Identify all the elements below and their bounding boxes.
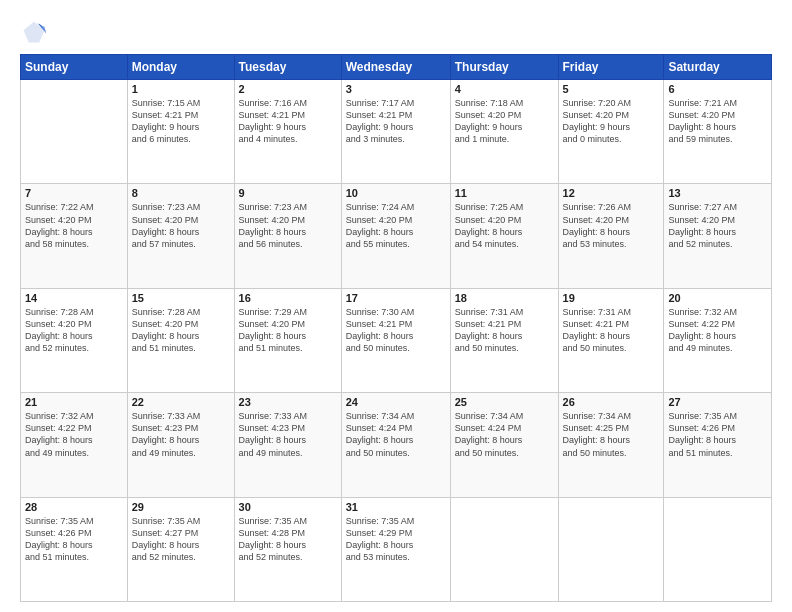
page: SundayMondayTuesdayWednesdayThursdayFrid… (0, 0, 792, 612)
day-info: Sunrise: 7:20 AM Sunset: 4:20 PM Dayligh… (563, 97, 660, 146)
day-cell: 28Sunrise: 7:35 AM Sunset: 4:26 PM Dayli… (21, 497, 128, 601)
logo (20, 18, 52, 46)
day-cell: 20Sunrise: 7:32 AM Sunset: 4:22 PM Dayli… (664, 288, 772, 392)
day-info: Sunrise: 7:24 AM Sunset: 4:20 PM Dayligh… (346, 201, 446, 250)
day-info: Sunrise: 7:32 AM Sunset: 4:22 PM Dayligh… (668, 306, 767, 355)
week-row-5: 28Sunrise: 7:35 AM Sunset: 4:26 PM Dayli… (21, 497, 772, 601)
day-number: 7 (25, 187, 123, 199)
day-cell: 24Sunrise: 7:34 AM Sunset: 4:24 PM Dayli… (341, 393, 450, 497)
week-row-1: 1Sunrise: 7:15 AM Sunset: 4:21 PM Daylig… (21, 80, 772, 184)
day-info: Sunrise: 7:35 AM Sunset: 4:27 PM Dayligh… (132, 515, 230, 564)
day-info: Sunrise: 7:21 AM Sunset: 4:20 PM Dayligh… (668, 97, 767, 146)
day-number: 19 (563, 292, 660, 304)
day-info: Sunrise: 7:27 AM Sunset: 4:20 PM Dayligh… (668, 201, 767, 250)
day-number: 12 (563, 187, 660, 199)
day-cell: 11Sunrise: 7:25 AM Sunset: 4:20 PM Dayli… (450, 184, 558, 288)
header-thursday: Thursday (450, 55, 558, 80)
day-info: Sunrise: 7:35 AM Sunset: 4:26 PM Dayligh… (668, 410, 767, 459)
day-cell: 2Sunrise: 7:16 AM Sunset: 4:21 PM Daylig… (234, 80, 341, 184)
day-cell: 19Sunrise: 7:31 AM Sunset: 4:21 PM Dayli… (558, 288, 664, 392)
header-row: SundayMondayTuesdayWednesdayThursdayFrid… (21, 55, 772, 80)
day-info: Sunrise: 7:30 AM Sunset: 4:21 PM Dayligh… (346, 306, 446, 355)
day-cell: 6Sunrise: 7:21 AM Sunset: 4:20 PM Daylig… (664, 80, 772, 184)
day-info: Sunrise: 7:26 AM Sunset: 4:20 PM Dayligh… (563, 201, 660, 250)
day-cell: 29Sunrise: 7:35 AM Sunset: 4:27 PM Dayli… (127, 497, 234, 601)
day-info: Sunrise: 7:28 AM Sunset: 4:20 PM Dayligh… (132, 306, 230, 355)
day-number: 18 (455, 292, 554, 304)
day-number: 20 (668, 292, 767, 304)
day-info: Sunrise: 7:34 AM Sunset: 4:25 PM Dayligh… (563, 410, 660, 459)
day-info: Sunrise: 7:22 AM Sunset: 4:20 PM Dayligh… (25, 201, 123, 250)
day-cell: 14Sunrise: 7:28 AM Sunset: 4:20 PM Dayli… (21, 288, 128, 392)
day-info: Sunrise: 7:29 AM Sunset: 4:20 PM Dayligh… (239, 306, 337, 355)
day-number: 17 (346, 292, 446, 304)
day-cell: 9Sunrise: 7:23 AM Sunset: 4:20 PM Daylig… (234, 184, 341, 288)
calendar-table: SundayMondayTuesdayWednesdayThursdayFrid… (20, 54, 772, 602)
day-cell: 1Sunrise: 7:15 AM Sunset: 4:21 PM Daylig… (127, 80, 234, 184)
day-info: Sunrise: 7:35 AM Sunset: 4:29 PM Dayligh… (346, 515, 446, 564)
day-number: 1 (132, 83, 230, 95)
day-info: Sunrise: 7:25 AM Sunset: 4:20 PM Dayligh… (455, 201, 554, 250)
day-info: Sunrise: 7:17 AM Sunset: 4:21 PM Dayligh… (346, 97, 446, 146)
day-cell (664, 497, 772, 601)
day-cell: 21Sunrise: 7:32 AM Sunset: 4:22 PM Dayli… (21, 393, 128, 497)
day-number: 27 (668, 396, 767, 408)
header-sunday: Sunday (21, 55, 128, 80)
day-cell: 15Sunrise: 7:28 AM Sunset: 4:20 PM Dayli… (127, 288, 234, 392)
day-info: Sunrise: 7:34 AM Sunset: 4:24 PM Dayligh… (346, 410, 446, 459)
logo-icon (20, 18, 48, 46)
day-info: Sunrise: 7:18 AM Sunset: 4:20 PM Dayligh… (455, 97, 554, 146)
day-info: Sunrise: 7:31 AM Sunset: 4:21 PM Dayligh… (563, 306, 660, 355)
day-cell: 5Sunrise: 7:20 AM Sunset: 4:20 PM Daylig… (558, 80, 664, 184)
day-info: Sunrise: 7:23 AM Sunset: 4:20 PM Dayligh… (239, 201, 337, 250)
day-cell: 30Sunrise: 7:35 AM Sunset: 4:28 PM Dayli… (234, 497, 341, 601)
day-number: 4 (455, 83, 554, 95)
day-cell: 7Sunrise: 7:22 AM Sunset: 4:20 PM Daylig… (21, 184, 128, 288)
day-cell: 22Sunrise: 7:33 AM Sunset: 4:23 PM Dayli… (127, 393, 234, 497)
day-number: 25 (455, 396, 554, 408)
header-friday: Friday (558, 55, 664, 80)
day-number: 2 (239, 83, 337, 95)
day-number: 30 (239, 501, 337, 513)
day-number: 29 (132, 501, 230, 513)
day-cell: 25Sunrise: 7:34 AM Sunset: 4:24 PM Dayli… (450, 393, 558, 497)
header-saturday: Saturday (664, 55, 772, 80)
day-number: 24 (346, 396, 446, 408)
week-row-4: 21Sunrise: 7:32 AM Sunset: 4:22 PM Dayli… (21, 393, 772, 497)
day-number: 22 (132, 396, 230, 408)
day-number: 16 (239, 292, 337, 304)
day-cell: 3Sunrise: 7:17 AM Sunset: 4:21 PM Daylig… (341, 80, 450, 184)
day-number: 9 (239, 187, 337, 199)
day-cell: 8Sunrise: 7:23 AM Sunset: 4:20 PM Daylig… (127, 184, 234, 288)
day-number: 5 (563, 83, 660, 95)
week-row-3: 14Sunrise: 7:28 AM Sunset: 4:20 PM Dayli… (21, 288, 772, 392)
day-number: 11 (455, 187, 554, 199)
day-number: 8 (132, 187, 230, 199)
day-number: 28 (25, 501, 123, 513)
day-cell: 17Sunrise: 7:30 AM Sunset: 4:21 PM Dayli… (341, 288, 450, 392)
day-number: 10 (346, 187, 446, 199)
header-wednesday: Wednesday (341, 55, 450, 80)
day-info: Sunrise: 7:34 AM Sunset: 4:24 PM Dayligh… (455, 410, 554, 459)
day-cell: 13Sunrise: 7:27 AM Sunset: 4:20 PM Dayli… (664, 184, 772, 288)
header (20, 18, 772, 46)
day-number: 21 (25, 396, 123, 408)
day-cell (21, 80, 128, 184)
day-number: 3 (346, 83, 446, 95)
day-info: Sunrise: 7:35 AM Sunset: 4:28 PM Dayligh… (239, 515, 337, 564)
day-cell: 10Sunrise: 7:24 AM Sunset: 4:20 PM Dayli… (341, 184, 450, 288)
day-info: Sunrise: 7:33 AM Sunset: 4:23 PM Dayligh… (239, 410, 337, 459)
day-info: Sunrise: 7:15 AM Sunset: 4:21 PM Dayligh… (132, 97, 230, 146)
day-info: Sunrise: 7:33 AM Sunset: 4:23 PM Dayligh… (132, 410, 230, 459)
day-cell: 16Sunrise: 7:29 AM Sunset: 4:20 PM Dayli… (234, 288, 341, 392)
day-info: Sunrise: 7:16 AM Sunset: 4:21 PM Dayligh… (239, 97, 337, 146)
day-info: Sunrise: 7:31 AM Sunset: 4:21 PM Dayligh… (455, 306, 554, 355)
day-info: Sunrise: 7:23 AM Sunset: 4:20 PM Dayligh… (132, 201, 230, 250)
day-cell: 26Sunrise: 7:34 AM Sunset: 4:25 PM Dayli… (558, 393, 664, 497)
header-tuesday: Tuesday (234, 55, 341, 80)
day-number: 31 (346, 501, 446, 513)
day-cell: 12Sunrise: 7:26 AM Sunset: 4:20 PM Dayli… (558, 184, 664, 288)
day-cell: 23Sunrise: 7:33 AM Sunset: 4:23 PM Dayli… (234, 393, 341, 497)
day-cell: 31Sunrise: 7:35 AM Sunset: 4:29 PM Dayli… (341, 497, 450, 601)
day-number: 13 (668, 187, 767, 199)
